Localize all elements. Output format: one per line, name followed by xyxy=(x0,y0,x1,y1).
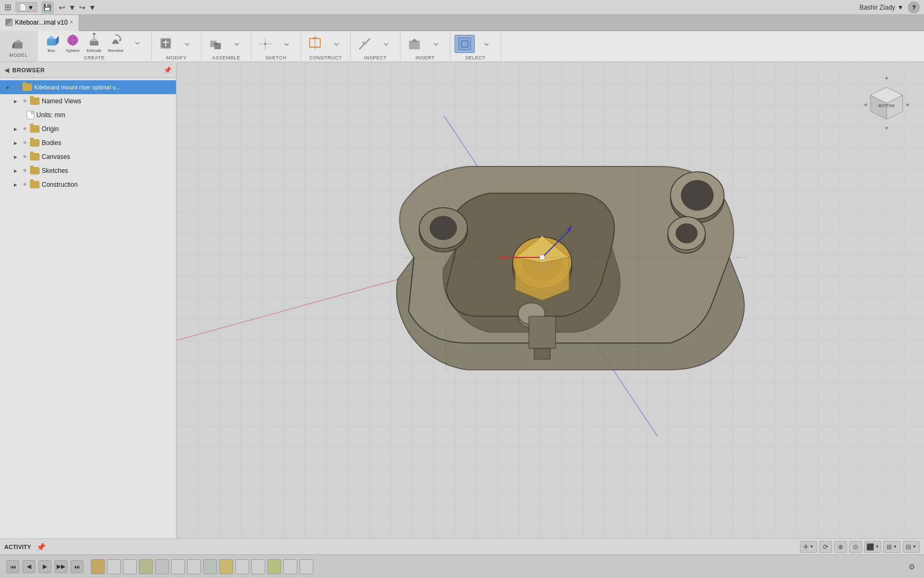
tree-item-root[interactable]: ▶ 👁 Kiteboard mount riser optimal v... xyxy=(0,80,176,94)
sidebar-header: ◀ BROWSER 📌 xyxy=(0,62,176,78)
modify-dropdown[interactable] xyxy=(178,41,197,47)
activity-pin-button[interactable]: 📌 xyxy=(35,543,46,551)
play-prev-button[interactable]: ◀ xyxy=(22,560,35,573)
bodies-eye[interactable]: 👁 xyxy=(20,139,29,147)
revolve-button[interactable]: Revolve xyxy=(106,32,126,54)
svg-marker-6 xyxy=(56,36,59,45)
active-tab[interactable]: Kiteboar...imal v10 × xyxy=(0,15,79,31)
construction-eye[interactable]: 👁 xyxy=(20,180,29,189)
toolbar-assemble-section: ASSEMBLE xyxy=(202,31,251,62)
timeline-frame-11[interactable] xyxy=(251,559,265,574)
bodies-folder-icon xyxy=(30,139,40,147)
redo-dropdown[interactable]: ▼ xyxy=(88,2,97,13)
display-mode-button[interactable]: ⬛ ▼ xyxy=(864,541,881,553)
timeline-frame-13[interactable] xyxy=(283,559,297,574)
assemble-button[interactable] xyxy=(206,35,225,52)
sketch-button[interactable] xyxy=(256,35,275,52)
timeline-frame-9[interactable] xyxy=(219,559,233,574)
construct-label: CONSTRUCT xyxy=(309,55,342,60)
svg-text:BOTTOM: BOTTOM xyxy=(879,104,895,108)
user-dropdown[interactable]: ▼ xyxy=(897,4,904,11)
help-button[interactable]: ? xyxy=(908,2,920,13)
origin-folder-icon xyxy=(30,125,40,133)
timeline-frame-5[interactable] xyxy=(155,559,169,574)
sketch-dropdown[interactable] xyxy=(277,41,296,47)
grid-toggle-dropdown[interactable]: ▼ xyxy=(893,544,897,549)
construction-expand[interactable]: ▶ xyxy=(12,181,19,188)
move-tool-dropdown[interactable]: ▼ xyxy=(810,544,814,549)
bodies-expand[interactable]: ▶ xyxy=(12,139,19,147)
timeline-frame-2[interactable] xyxy=(107,559,121,574)
construct-dropdown[interactable] xyxy=(327,41,346,47)
view-settings-button[interactable]: ⊟ ▼ xyxy=(903,541,920,553)
canvases-expand[interactable]: ▶ xyxy=(12,153,19,161)
viewport[interactable]: BOTTOM ▲ ▼ ◀ ▶ xyxy=(176,62,924,538)
root-expand-arrow[interactable]: ▶ xyxy=(4,83,12,91)
save-button[interactable]: 💾 xyxy=(42,2,53,13)
play-end-button[interactable]: ⏭ xyxy=(71,560,83,573)
create-dropdown[interactable] xyxy=(128,40,147,46)
grid-toggle-button[interactable]: ⊞ ▼ xyxy=(883,541,900,553)
timeline-frame-14[interactable] xyxy=(299,559,313,574)
revolve-label: Revolve xyxy=(108,48,124,53)
file-menu[interactable]: 📄 ▼ xyxy=(16,2,37,12)
play-start-button[interactable]: ⏮ xyxy=(6,560,19,573)
tree-item-construction[interactable]: ▶ 👁 Construction xyxy=(0,178,176,192)
insert-dropdown[interactable] xyxy=(426,41,445,47)
construct-button[interactable] xyxy=(305,35,325,52)
named-views-expand[interactable]: ▶ xyxy=(12,97,19,105)
inspect-button[interactable] xyxy=(355,35,374,52)
canvases-eye[interactable]: 👁 xyxy=(20,153,29,161)
sketches-folder-icon xyxy=(30,167,40,174)
tree-item-canvases[interactable]: ▶ 👁 Canvases xyxy=(0,150,176,164)
move-tool-button[interactable]: ✛ ▼ xyxy=(800,541,817,553)
inspect-dropdown[interactable] xyxy=(376,41,396,47)
timeline-settings-button[interactable]: ⚙ xyxy=(906,561,918,573)
modify-fillet-button[interactable] xyxy=(156,35,175,52)
play-next-button[interactable]: ▶▶ xyxy=(55,560,67,573)
box-button[interactable]: Box xyxy=(42,32,61,54)
redo-button[interactable]: ↪ xyxy=(78,2,87,13)
sidebar-collapse-arrow[interactable]: ◀ xyxy=(4,66,9,74)
assemble-dropdown[interactable] xyxy=(227,41,247,47)
tree-item-named-views[interactable]: ▶ 👁 Named Views xyxy=(0,94,176,108)
insert-button[interactable] xyxy=(405,35,424,52)
timeline-frame-4[interactable] xyxy=(139,559,153,574)
select-dropdown[interactable] xyxy=(477,41,496,47)
root-eye-icon[interactable]: 👁 xyxy=(13,83,21,92)
zoom-button[interactable]: ⊙ xyxy=(849,541,862,553)
tree-item-units[interactable]: Units: mm xyxy=(0,108,176,122)
orbit-button[interactable]: ⟳ xyxy=(819,541,832,553)
view-settings-icon: ⊟ xyxy=(906,543,911,551)
app-grid-icon[interactable]: ⊞ xyxy=(4,2,11,12)
view-cube[interactable]: BOTTOM ▲ ▼ ◀ ▶ xyxy=(860,69,913,122)
timeline-frame-1[interactable] xyxy=(91,559,105,574)
origin-expand[interactable]: ▶ xyxy=(12,125,19,133)
play-button[interactable]: ▶ xyxy=(38,560,51,573)
undo-button[interactable]: ↩ xyxy=(58,2,66,13)
timeline-frame-3[interactable] xyxy=(123,559,137,574)
timeline-frame-10[interactable] xyxy=(235,559,249,574)
tab-close-button[interactable]: × xyxy=(70,19,73,25)
sketches-eye[interactable]: 👁 xyxy=(20,166,29,175)
timeline-frame-6[interactable] xyxy=(171,559,185,574)
extrude-button[interactable]: Extrude xyxy=(84,32,104,54)
select-button[interactable] xyxy=(455,35,475,53)
tree-item-sketches[interactable]: ▶ 👁 Sketches xyxy=(0,164,176,178)
sketches-expand[interactable]: ▶ xyxy=(12,167,19,174)
zoom-fit-button[interactable]: ⊕ xyxy=(834,541,847,553)
named-views-eye[interactable]: 👁 xyxy=(20,97,29,105)
timeline-frame-8[interactable] xyxy=(203,559,217,574)
sphere-button[interactable]: Sphere xyxy=(63,32,82,54)
tree-item-origin[interactable]: ▶ 👁 Origin xyxy=(0,122,176,136)
view-settings-dropdown[interactable]: ▼ xyxy=(912,544,917,549)
undo-dropdown[interactable]: ▼ xyxy=(67,2,77,13)
display-mode-dropdown[interactable]: ▼ xyxy=(875,544,880,549)
tree-item-bodies[interactable]: ▶ 👁 Bodies xyxy=(0,136,176,150)
sidebar-pin-button[interactable]: 📌 xyxy=(164,66,172,74)
timeline-frame-7[interactable] xyxy=(187,559,201,574)
timeline-frame-12[interactable] xyxy=(267,559,281,574)
toolbar-inspect-section: INSPECT xyxy=(351,31,401,62)
model-button[interactable]: MODEL xyxy=(7,35,30,59)
origin-eye[interactable]: 👁 xyxy=(20,125,29,133)
